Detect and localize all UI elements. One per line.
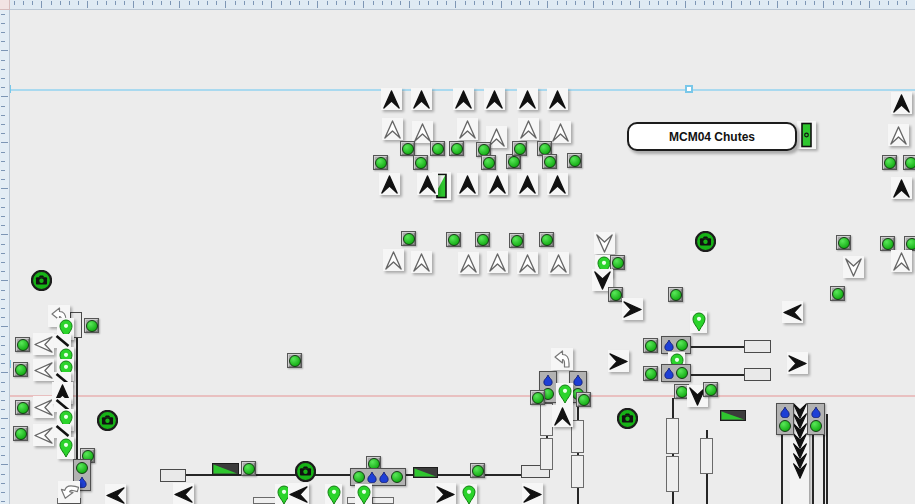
status-indicator[interactable] (880, 236, 895, 251)
status-indicator[interactable] (903, 155, 915, 170)
status-indicator[interactable] (84, 318, 99, 333)
status-indicator[interactable] (539, 232, 554, 247)
conveyor-segment[interactable] (666, 456, 679, 492)
white-chevron-up-icon[interactable] (487, 251, 508, 273)
black-chevron-up-icon[interactable] (457, 173, 478, 195)
status-indicator[interactable] (643, 366, 658, 381)
status-indicator[interactable] (481, 155, 496, 170)
status-indicator[interactable] (475, 232, 490, 247)
ramp-indicator[interactable] (720, 407, 746, 418)
ramp-indicator[interactable] (413, 464, 438, 475)
location-pin-icon[interactable] (556, 383, 573, 405)
status-indicator[interactable] (400, 141, 415, 156)
white-chevron-up-icon[interactable] (550, 121, 571, 143)
black-chevron-left-icon[interactable] (288, 483, 309, 504)
diverter-mark[interactable] (54, 424, 71, 438)
location-pin-icon[interactable] (690, 311, 707, 333)
ramp-indicator[interactable] (212, 461, 239, 473)
turn-arrow-icon[interactable] (551, 348, 573, 370)
status-indicator[interactable] (241, 461, 256, 476)
status-indicator[interactable] (287, 353, 302, 368)
black-chevron-up-icon[interactable] (487, 173, 508, 195)
status-indicator[interactable] (703, 382, 718, 397)
conveyor-end-cap[interactable] (744, 368, 771, 381)
status-indicator[interactable] (610, 255, 625, 270)
white-chevron-up-icon[interactable] (891, 250, 912, 272)
status-indicator[interactable] (15, 400, 30, 415)
black-chevron-left-icon[interactable] (105, 484, 126, 504)
location-pin-icon[interactable] (325, 484, 342, 504)
status-indicator[interactable] (413, 155, 428, 170)
status-indicator[interactable] (506, 154, 521, 169)
camera-indicator-icon[interactable] (31, 270, 52, 295)
black-chevron-right-icon[interactable] (608, 350, 629, 372)
black-chevron-up-icon[interactable] (453, 88, 474, 110)
selection-handle[interactable] (685, 85, 693, 93)
black-chevron-up-icon[interactable] (547, 88, 568, 110)
black-chevron-right-icon[interactable] (435, 483, 456, 504)
status-indicator[interactable] (643, 338, 658, 353)
black-chevron-left-icon[interactable] (782, 301, 803, 323)
conveyor-end-cap[interactable] (744, 340, 771, 353)
status-indicator[interactable] (668, 287, 683, 302)
status-indicator[interactable] (830, 286, 845, 301)
status-indicator[interactable] (530, 390, 545, 405)
white-chevron-up-icon[interactable] (888, 124, 909, 146)
location-pin-icon[interactable] (57, 437, 74, 459)
black-chevron-up-icon[interactable] (891, 92, 912, 114)
conveyor-segment[interactable] (372, 497, 394, 504)
black-chevron-up-icon[interactable] (517, 173, 538, 195)
black-chevron-up-icon[interactable] (891, 177, 912, 199)
camera-indicator-icon[interactable] (97, 410, 118, 435)
status-indicator[interactable] (15, 337, 30, 352)
turn-arrow-icon[interactable] (58, 481, 80, 503)
design-canvas[interactable]: MCM04 Chutes (0, 0, 915, 504)
status-indicator[interactable] (470, 463, 485, 478)
white-chevron-down-icon[interactable] (594, 232, 615, 254)
black-chevron-right-icon[interactable] (787, 352, 808, 374)
status-indicator[interactable] (13, 426, 28, 441)
status-indicator[interactable] (512, 141, 527, 156)
black-chevron-up-icon[interactable] (517, 88, 538, 110)
black-chevron-up-icon[interactable] (417, 173, 438, 195)
status-indicator[interactable] (836, 235, 851, 250)
black-chevron-right-icon[interactable] (522, 483, 543, 504)
guide-line-red[interactable] (0, 395, 915, 397)
black-chevron-up-icon[interactable] (484, 88, 505, 110)
white-chevron-up-icon[interactable] (412, 121, 433, 143)
indicator-box[interactable] (807, 403, 825, 435)
status-indicator[interactable] (567, 153, 582, 168)
ruler-vertical[interactable] (0, 9, 10, 504)
indicator-box[interactable] (661, 364, 691, 382)
status-indicator[interactable] (373, 155, 388, 170)
black-chevron-up-icon[interactable] (411, 88, 432, 110)
white-chevron-up-icon[interactable] (517, 252, 538, 274)
status-indicator[interactable] (904, 236, 915, 251)
status-indicator[interactable] (446, 232, 461, 247)
white-chevron-up-icon[interactable] (411, 251, 432, 273)
black-chevron-up-icon[interactable] (381, 88, 402, 110)
status-indicator[interactable] (509, 233, 524, 248)
white-chevron-left-icon[interactable] (33, 333, 54, 355)
black-chevron-left-icon[interactable] (173, 483, 194, 504)
indicator-box[interactable] (776, 403, 794, 435)
status-indicator[interactable] (13, 362, 28, 377)
conveyor-end-cap[interactable] (160, 469, 186, 482)
gate-indicator[interactable] (797, 121, 816, 149)
white-chevron-left-icon[interactable] (33, 396, 54, 418)
status-indicator[interactable] (882, 155, 897, 170)
conveyor-segment[interactable] (571, 455, 584, 488)
location-pin-icon[interactable] (460, 484, 477, 504)
camera-indicator-icon[interactable] (617, 408, 638, 433)
conveyor-segment[interactable] (700, 438, 713, 474)
status-indicator[interactable] (401, 231, 416, 246)
status-indicator[interactable] (576, 392, 591, 407)
conveyor-segment[interactable] (666, 418, 679, 454)
black-chevron-up-icon[interactable] (547, 173, 568, 195)
conveyor-segment[interactable] (540, 438, 553, 470)
white-chevron-left-icon[interactable] (33, 359, 54, 381)
equipment-label[interactable]: MCM04 Chutes (627, 122, 797, 151)
status-indicator[interactable] (430, 141, 445, 156)
status-indicator[interactable] (449, 141, 464, 156)
white-chevron-up-icon[interactable] (458, 252, 479, 274)
